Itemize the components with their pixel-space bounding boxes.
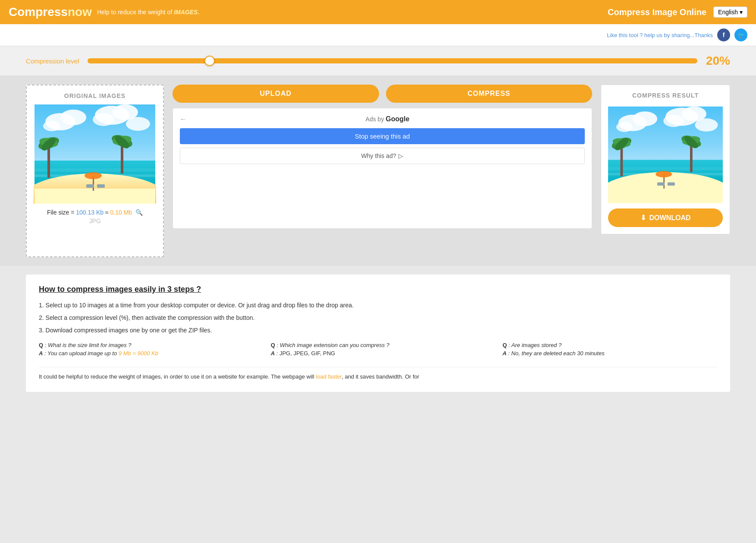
svg-rect-48 [657,183,665,186]
svg-point-7 [126,117,150,131]
download-button[interactable]: ⬇ DOWNLOAD [608,208,723,227]
original-image [34,104,156,204]
why-ad-button[interactable]: Why this ad? ▷ [180,148,585,164]
faq-col-2: Q : Which image extension can you compre… [271,342,486,360]
faq-section: Q : What is the size limit for images ? … [39,342,717,360]
compression-percent: 20% [706,54,730,68]
action-buttons: UPLOAD COMPRESS [173,85,592,103]
svg-point-32 [695,118,718,131]
twitter-button[interactable]: 🐦 [734,28,747,41]
help-section: How to compress images easily in 3 steps… [26,275,730,392]
faq-a-1: A : You can upload image up to 9 Mb = 90… [39,350,254,357]
faq-col-1: Q : What is the size limit for images ? … [39,342,254,360]
svg-point-28 [616,122,633,132]
svg-rect-12 [35,189,155,204]
header-right: Compress Image Online English ▾ [608,6,747,18]
svg-point-6 [93,113,114,126]
original-panel-title: ORIGINAL IMAGES [34,92,156,99]
upload-button[interactable]: UPLOAD [173,85,379,103]
svg-rect-34 [608,167,723,170]
svg-point-2 [60,110,86,125]
subheader: Like this tool ? help us by sharing...Th… [0,24,756,46]
svg-rect-37 [608,186,723,201]
compression-level-section: Compression level 20% [0,46,756,76]
result-panel-title: COMPRESS RESULT [608,92,723,99]
help-step-3: 3. Download compressed images one by one… [39,326,717,335]
help-title: How to compress images easily in 3 steps… [39,285,717,294]
ad-panel: ← Ads by Google Stop seeing this ad Why … [173,108,592,229]
svg-rect-9 [35,168,155,172]
help-step-1: 1. Select up to 10 images at a time from… [39,301,717,310]
panels: ORIGINAL IMAGES [26,85,730,257]
slider-track [88,58,697,63]
ads-by-google: Ads by Google [190,115,585,123]
language-selector[interactable]: English ▾ [713,6,747,18]
why-ad-icon: ▷ [398,152,403,159]
load-faster-link[interactable]: load faster [316,373,342,380]
faq-col-3: Q : Are images stored ? A : No, they are… [502,342,717,360]
file-size-info: File size = 100.13 Kb ≈ 0.10 Mb 🔍 [34,209,156,216]
help-bottom: It could be helpful to reduce the weight… [39,367,717,382]
download-icon: ⬇ [640,214,646,222]
search-icon[interactable]: 🔍 [135,209,143,216]
share-text: Like this tool ? help us by sharing...Th… [607,32,713,38]
compress-button[interactable]: COMPRESS [386,85,593,103]
compression-label: Compression level [26,57,79,65]
logo-area: Compressnow Help to reduce the weight of… [9,5,199,19]
svg-rect-24 [97,184,105,188]
header: Compressnow Help to reduce the weight of… [0,0,756,24]
faq-a-2: A : JPG, JPEG, GIF, PNG [271,350,486,357]
logo-now: now [68,5,92,19]
ad-header: ← Ads by Google [180,115,585,123]
file-size-mb: 0.10 Mb [110,209,132,216]
ad-back-arrow[interactable]: ← [180,115,187,123]
tagline: Help to reduce the weight of IMAGES. [97,9,199,16]
original-panel: ORIGINAL IMAGES [26,85,164,257]
svg-point-22 [85,172,102,179]
svg-point-27 [633,111,657,126]
result-image [608,104,723,203]
faq-q-2: Q : Which image extension can you compre… [271,342,486,348]
facebook-button[interactable]: f [717,28,730,41]
main-content: ORIGINAL IMAGES [0,76,756,266]
faq-q-1: Q : What is the size limit for images ? [39,342,254,348]
faq-q-3: Q : Are images stored ? [502,342,717,348]
stop-ad-button[interactable]: Stop seeing this ad [180,128,585,144]
file-size-kb: 100.13 Kb [76,209,104,216]
svg-point-31 [663,115,684,127]
result-panel: COMPRESS RESULT [601,85,730,234]
logo-compress: Compress [9,5,68,19]
compression-slider-container [88,58,697,63]
svg-point-47 [656,171,672,177]
header-title: Compress Image Online [608,7,706,17]
help-step-2: 2. Select a compression level (%), then … [39,313,717,322]
svg-point-3 [43,121,60,131]
slider-thumb[interactable] [204,56,215,66]
logo: Compressnow [9,5,92,19]
svg-rect-49 [668,183,675,186]
svg-rect-23 [86,184,94,188]
middle-panel: UPLOAD COMPRESS ← Ads by Google Stop see… [173,85,592,229]
file-format: JPG [34,218,156,224]
faq-a-3: A : No, they are deleted each 30 minutes [502,350,717,357]
